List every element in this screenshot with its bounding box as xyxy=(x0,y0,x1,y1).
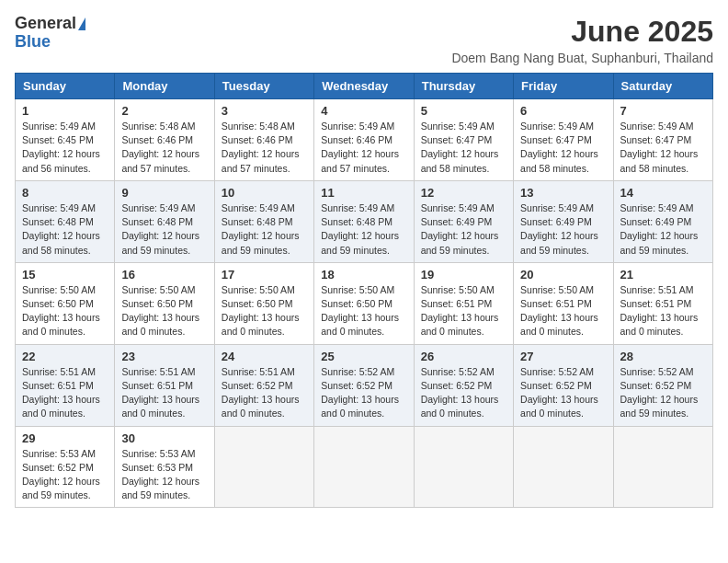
calendar-week-row: 29 Sunrise: 5:53 AM Sunset: 6:52 PM Dayl… xyxy=(16,426,713,508)
sunrise-label: Sunrise: 5:49 AM xyxy=(321,202,394,213)
calendar-day-cell: 18 Sunrise: 5:50 AM Sunset: 6:50 PM Dayl… xyxy=(314,262,414,344)
sunset-label: Sunset: 6:45 PM xyxy=(22,134,94,145)
sunset-label: Sunset: 6:49 PM xyxy=(421,216,493,227)
sunset-label: Sunset: 6:48 PM xyxy=(22,216,94,227)
sunset-label: Sunset: 6:51 PM xyxy=(520,298,592,309)
calendar-day-cell: 7 Sunrise: 5:49 AM Sunset: 6:47 PM Dayli… xyxy=(613,99,712,181)
daylight-label: Daylight: 13 hours and 0 minutes. xyxy=(520,312,598,337)
day-info: Sunrise: 5:49 AM Sunset: 6:45 PM Dayligh… xyxy=(22,120,108,176)
day-number: 10 xyxy=(222,186,307,200)
sunrise-label: Sunrise: 5:49 AM xyxy=(22,121,96,132)
sunset-label: Sunset: 6:49 PM xyxy=(620,216,692,227)
day-number: 27 xyxy=(520,350,606,363)
day-info: Sunrise: 5:51 AM Sunset: 6:52 PM Dayligh… xyxy=(222,365,307,421)
day-number: 4 xyxy=(321,104,406,118)
day-number: 24 xyxy=(222,350,307,363)
day-number: 14 xyxy=(620,186,706,200)
sunrise-label: Sunrise: 5:50 AM xyxy=(421,284,495,295)
daylight-label: Daylight: 12 hours and 59 minutes. xyxy=(121,230,199,255)
day-number: 9 xyxy=(121,186,207,200)
calendar-day-cell: 24 Sunrise: 5:51 AM Sunset: 6:52 PM Dayl… xyxy=(214,344,313,426)
sunrise-label: Sunrise: 5:53 AM xyxy=(121,448,195,459)
sunset-label: Sunset: 6:48 PM xyxy=(321,216,392,227)
daylight-label: Daylight: 12 hours and 58 minutes. xyxy=(421,148,499,173)
daylight-label: Daylight: 12 hours and 59 minutes. xyxy=(121,476,199,500)
calendar-table: SundayMondayTuesdayWednesdayThursdayFrid… xyxy=(15,73,713,508)
sunrise-label: Sunrise: 5:49 AM xyxy=(222,202,295,213)
day-info: Sunrise: 5:52 AM Sunset: 6:52 PM Dayligh… xyxy=(321,365,406,421)
day-number: 26 xyxy=(421,350,506,363)
sunset-label: Sunset: 6:50 PM xyxy=(121,298,193,309)
calendar-day-cell xyxy=(214,426,313,508)
day-info: Sunrise: 5:49 AM Sunset: 6:49 PM Dayligh… xyxy=(520,201,606,258)
calendar-header-sunday: Sunday xyxy=(16,74,115,99)
calendar-day-cell: 14 Sunrise: 5:49 AM Sunset: 6:49 PM Dayl… xyxy=(613,180,712,262)
day-info: Sunrise: 5:48 AM Sunset: 6:46 PM Dayligh… xyxy=(121,120,207,176)
sunset-label: Sunset: 6:52 PM xyxy=(22,462,94,473)
sunset-label: Sunset: 6:52 PM xyxy=(620,380,692,391)
sunrise-label: Sunrise: 5:48 AM xyxy=(222,121,295,132)
daylight-label: Daylight: 13 hours and 0 minutes. xyxy=(222,312,300,337)
calendar-week-row: 22 Sunrise: 5:51 AM Sunset: 6:51 PM Dayl… xyxy=(16,344,713,426)
sunset-label: Sunset: 6:47 PM xyxy=(620,134,692,145)
daylight-label: Daylight: 13 hours and 0 minutes. xyxy=(321,312,399,337)
daylight-label: Daylight: 13 hours and 0 minutes. xyxy=(421,394,499,419)
calendar-day-cell: 27 Sunrise: 5:52 AM Sunset: 6:52 PM Dayl… xyxy=(514,344,613,426)
sunrise-label: Sunrise: 5:49 AM xyxy=(121,202,195,213)
day-number: 17 xyxy=(222,268,307,282)
calendar-week-row: 1 Sunrise: 5:49 AM Sunset: 6:45 PM Dayli… xyxy=(16,99,713,181)
day-number: 28 xyxy=(620,350,706,363)
day-info: Sunrise: 5:51 AM Sunset: 6:51 PM Dayligh… xyxy=(121,365,207,421)
day-info: Sunrise: 5:51 AM Sunset: 6:51 PM Dayligh… xyxy=(22,365,108,421)
sunrise-label: Sunrise: 5:48 AM xyxy=(121,121,195,132)
day-number: 11 xyxy=(321,186,406,200)
sunrise-label: Sunrise: 5:51 AM xyxy=(222,366,295,377)
calendar-day-cell: 22 Sunrise: 5:51 AM Sunset: 6:51 PM Dayl… xyxy=(16,344,115,426)
daylight-label: Daylight: 12 hours and 58 minutes. xyxy=(620,148,699,173)
day-info: Sunrise: 5:52 AM Sunset: 6:52 PM Dayligh… xyxy=(421,365,506,421)
sunrise-label: Sunrise: 5:52 AM xyxy=(321,366,394,377)
calendar-day-cell: 17 Sunrise: 5:50 AM Sunset: 6:50 PM Dayl… xyxy=(214,262,313,344)
sunrise-label: Sunrise: 5:50 AM xyxy=(222,284,295,295)
calendar-day-cell: 4 Sunrise: 5:49 AM Sunset: 6:46 PM Dayli… xyxy=(314,99,414,181)
day-number: 22 xyxy=(22,350,108,363)
calendar-day-cell: 16 Sunrise: 5:50 AM Sunset: 6:50 PM Dayl… xyxy=(115,262,214,344)
daylight-label: Daylight: 12 hours and 57 minutes. xyxy=(321,148,399,173)
sunset-label: Sunset: 6:48 PM xyxy=(121,216,193,227)
sunset-label: Sunset: 6:51 PM xyxy=(421,298,493,309)
day-info: Sunrise: 5:52 AM Sunset: 6:52 PM Dayligh… xyxy=(520,365,606,421)
day-number: 15 xyxy=(22,268,108,282)
day-number: 19 xyxy=(421,268,506,282)
sunset-label: Sunset: 6:52 PM xyxy=(222,380,293,391)
sunrise-label: Sunrise: 5:50 AM xyxy=(121,284,195,295)
sunset-label: Sunset: 6:50 PM xyxy=(321,298,392,309)
daylight-label: Daylight: 13 hours and 0 minutes. xyxy=(520,394,598,419)
sunrise-label: Sunrise: 5:49 AM xyxy=(421,202,495,213)
sunrise-label: Sunrise: 5:51 AM xyxy=(121,366,195,377)
day-info: Sunrise: 5:50 AM Sunset: 6:50 PM Dayligh… xyxy=(321,283,406,339)
calendar-header-thursday: Thursday xyxy=(414,74,513,99)
daylight-label: Daylight: 12 hours and 58 minutes. xyxy=(520,148,598,173)
day-info: Sunrise: 5:50 AM Sunset: 6:50 PM Dayligh… xyxy=(222,283,307,339)
daylight-label: Daylight: 12 hours and 57 minutes. xyxy=(121,148,199,173)
daylight-label: Daylight: 12 hours and 56 minutes. xyxy=(22,148,100,173)
calendar-header-row: SundayMondayTuesdayWednesdayThursdayFrid… xyxy=(16,74,713,99)
calendar-header-saturday: Saturday xyxy=(613,74,712,99)
calendar-day-cell: 5 Sunrise: 5:49 AM Sunset: 6:47 PM Dayli… xyxy=(414,99,513,181)
day-number: 8 xyxy=(22,186,108,200)
daylight-label: Daylight: 12 hours and 59 minutes. xyxy=(620,394,699,419)
daylight-label: Daylight: 12 hours and 59 minutes. xyxy=(421,230,499,255)
calendar-day-cell: 26 Sunrise: 5:52 AM Sunset: 6:52 PM Dayl… xyxy=(414,344,513,426)
sunset-label: Sunset: 6:46 PM xyxy=(321,134,392,145)
daylight-label: Daylight: 13 hours and 0 minutes. xyxy=(222,394,300,419)
sunset-label: Sunset: 6:52 PM xyxy=(421,380,493,391)
logo-triangle-icon xyxy=(78,17,85,30)
calendar-day-cell: 13 Sunrise: 5:49 AM Sunset: 6:49 PM Dayl… xyxy=(514,180,613,262)
logo-blue-text: Blue xyxy=(15,33,51,52)
calendar-day-cell: 29 Sunrise: 5:53 AM Sunset: 6:52 PM Dayl… xyxy=(16,426,115,508)
daylight-label: Daylight: 13 hours and 0 minutes. xyxy=(321,394,399,419)
sunset-label: Sunset: 6:48 PM xyxy=(222,216,293,227)
day-info: Sunrise: 5:50 AM Sunset: 6:50 PM Dayligh… xyxy=(121,283,207,339)
calendar-day-cell: 21 Sunrise: 5:51 AM Sunset: 6:51 PM Dayl… xyxy=(613,262,712,344)
sunset-label: Sunset: 6:46 PM xyxy=(222,134,293,145)
